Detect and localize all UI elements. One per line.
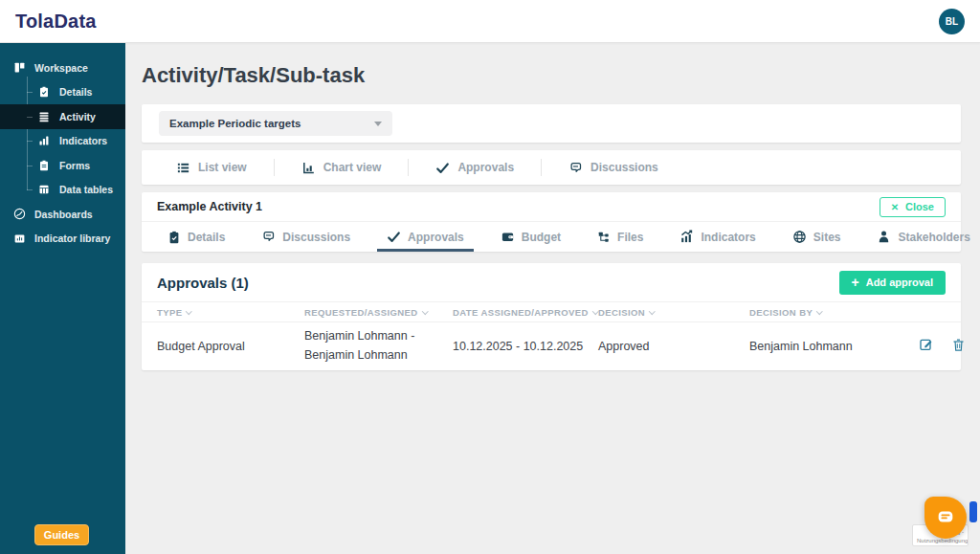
sidebar-tree: Details Activity Indicators <box>0 80 125 203</box>
trend-chart-icon <box>679 230 694 244</box>
check-icon <box>435 161 450 175</box>
list-lines-icon <box>38 110 51 122</box>
tab-discussions-view[interactable]: Discussions <box>542 150 685 185</box>
tab-label: Chart view <box>323 161 382 174</box>
page-title: Activity/Task/Sub-task <box>142 63 961 88</box>
tab-label: Discussions <box>282 231 350 244</box>
bar-chart-icon <box>38 135 51 147</box>
sidebar-item-label: Activity <box>59 111 96 122</box>
tab-label: Details <box>188 231 225 244</box>
sidebar-item-label: Dashboards <box>34 209 93 220</box>
topbar: TolaData BL <box>0 0 980 43</box>
cell-date: 10.12.2025 - 10.12.2025 <box>453 322 598 370</box>
chevron-down-icon <box>374 122 382 126</box>
library-icon <box>13 233 26 245</box>
sidebar-item-forms[interactable]: Forms <box>0 153 125 178</box>
tab-label: Stakeholders <box>898 231 969 244</box>
close-button[interactable]: ✕ Close <box>880 197 946 217</box>
table-icon <box>38 184 51 196</box>
sidebar-item-label: Workspace <box>34 62 88 74</box>
close-icon: ✕ <box>891 202 899 212</box>
avatar[interactable]: BL <box>939 9 965 34</box>
column-header-decision-by[interactable]: DECISION BY <box>749 302 904 322</box>
tab-details[interactable]: Details <box>149 222 243 252</box>
tab-approvals-view[interactable]: Approvals <box>409 150 541 185</box>
tree-icon <box>597 231 611 244</box>
chat-bubbles-icon <box>568 161 583 175</box>
clipboard-check-icon <box>167 231 181 244</box>
plus-icon: + <box>852 276 859 289</box>
guides-button[interactable]: Guides <box>34 524 89 545</box>
globe-icon <box>792 230 807 244</box>
trash-icon[interactable] <box>951 338 966 352</box>
periodic-target-select[interactable]: Example Periodic targets <box>159 111 392 136</box>
sidebar-item-activity[interactable]: Activity <box>0 104 125 129</box>
sidebar-item-dashboards[interactable]: Dashboards <box>0 202 125 227</box>
activity-tabs: Details Discussions Approvals <box>142 221 961 252</box>
cell-requested-assigned: Benjamin Lohmann - Benjamin Lohmann <box>304 322 453 370</box>
tab-approvals[interactable]: Approvals <box>368 222 482 252</box>
sort-caret-icon <box>186 308 191 314</box>
cell-decision: Approved <box>598 322 749 370</box>
workspace-icon <box>13 61 26 74</box>
edit-icon[interactable] <box>919 337 934 352</box>
gauge-icon <box>13 208 26 220</box>
tab-label: Approvals <box>408 231 464 244</box>
activity-panel: Example Activity 1 ✕ Close Details <box>142 192 961 252</box>
column-header-requested[interactable]: REQUESTED/ASSIGNED <box>304 302 453 322</box>
add-approval-label: Add approval <box>866 277 933 288</box>
sort-caret-icon <box>816 308 822 314</box>
close-button-label: Close <box>905 201 934 212</box>
tab-budget[interactable]: Budget <box>482 222 579 252</box>
cell-actions <box>904 322 961 370</box>
app-logo[interactable]: TolaData <box>15 11 97 33</box>
chart-view-icon <box>301 161 316 175</box>
clipboard-check-icon <box>38 86 51 99</box>
tab-label: Approvals <box>457 161 514 174</box>
clipboard-icon <box>38 159 51 171</box>
sidebar-item-data-tables[interactable]: Data tables <box>0 178 125 203</box>
approvals-header: Approvals (1) + Add approval <box>142 263 961 301</box>
target-selector-card: Example Periodic targets <box>142 104 961 143</box>
view-tabs: List view Chart view Approvals <box>142 150 961 185</box>
tab-indicators[interactable]: Indicators <box>661 222 773 252</box>
periodic-target-select-value: Example Periodic targets <box>169 118 301 129</box>
sidebar-item-indicators[interactable]: Indicators <box>0 129 125 154</box>
tab-stakeholders[interactable]: Stakeholders <box>858 222 980 252</box>
tab-label: Discussions <box>590 161 658 174</box>
tab-label: Indicators <box>701 231 755 244</box>
sidebar-item-indicator-library[interactable]: Indicator library <box>0 227 125 252</box>
sidebar-item-label: Data tables <box>59 184 113 195</box>
tab-label: Budget <box>522 231 561 244</box>
tab-label: List view <box>198 161 247 174</box>
sidebar-nav: Workspace Details Activity <box>0 43 125 251</box>
sidebar-item-workspace[interactable]: Workspace <box>0 55 125 80</box>
chat-launcher-button[interactable] <box>924 497 967 539</box>
column-header-type[interactable]: TYPE <box>142 302 304 322</box>
approvals-table: TYPE REQUESTED/ASSIGNED DATE ASSIGNED/AP… <box>142 301 961 370</box>
tab-files[interactable]: Files <box>579 222 661 252</box>
table-header-row: TYPE REQUESTED/ASSIGNED DATE ASSIGNED/AP… <box>142 302 961 322</box>
person-icon <box>877 230 891 244</box>
column-header-actions <box>904 302 961 322</box>
sort-caret-icon <box>649 308 655 314</box>
tab-chart-view[interactable]: Chart view <box>275 150 409 185</box>
tab-list-view[interactable]: List view <box>149 150 274 185</box>
tab-label: Sites <box>813 231 841 244</box>
column-header-decision[interactable]: DECISION <box>598 302 749 322</box>
cell-decision-by: Benjamin Lohmann <box>749 322 904 370</box>
activity-panel-header: Example Activity 1 ✕ Close <box>142 192 961 221</box>
tab-discussions[interactable]: Discussions <box>243 222 368 252</box>
add-approval-button[interactable]: + Add approval <box>839 271 946 295</box>
column-header-date[interactable]: DATE ASSIGNED/APPROVED <box>453 302 598 322</box>
sidebar-item-details[interactable]: Details <box>0 80 125 105</box>
cell-type: Budget Approval <box>142 322 304 370</box>
sidebar-item-label: Forms <box>59 160 90 171</box>
wallet-icon <box>501 230 515 244</box>
table-row: Budget Approval Benjamin Lohmann - Benja… <box>142 322 961 370</box>
check-icon <box>387 230 401 244</box>
tab-sites[interactable]: Sites <box>774 222 859 252</box>
sidebar-item-label: Indicator library <box>34 233 110 244</box>
sidebar: Workspace Details Activity <box>0 43 125 554</box>
list-view-icon <box>176 161 190 175</box>
